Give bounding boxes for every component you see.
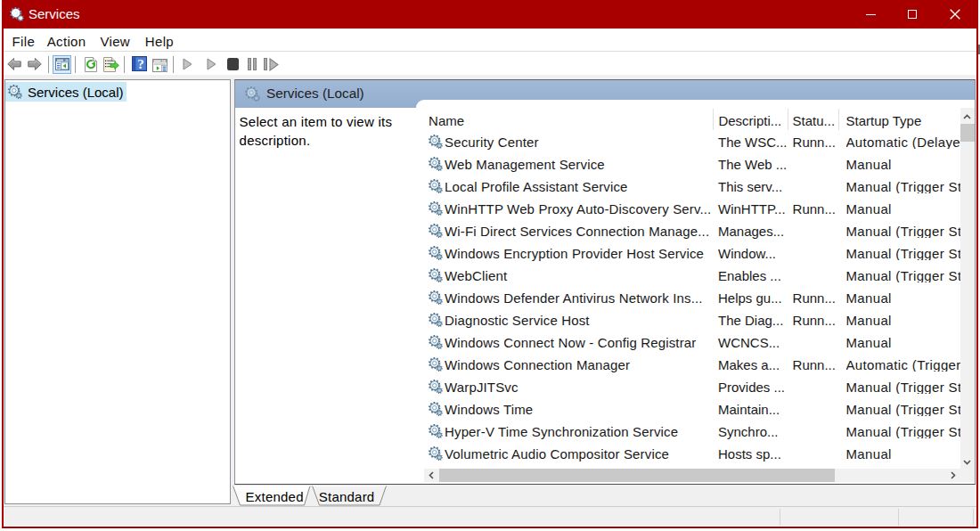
svg-text:?: ? bbox=[137, 57, 144, 71]
